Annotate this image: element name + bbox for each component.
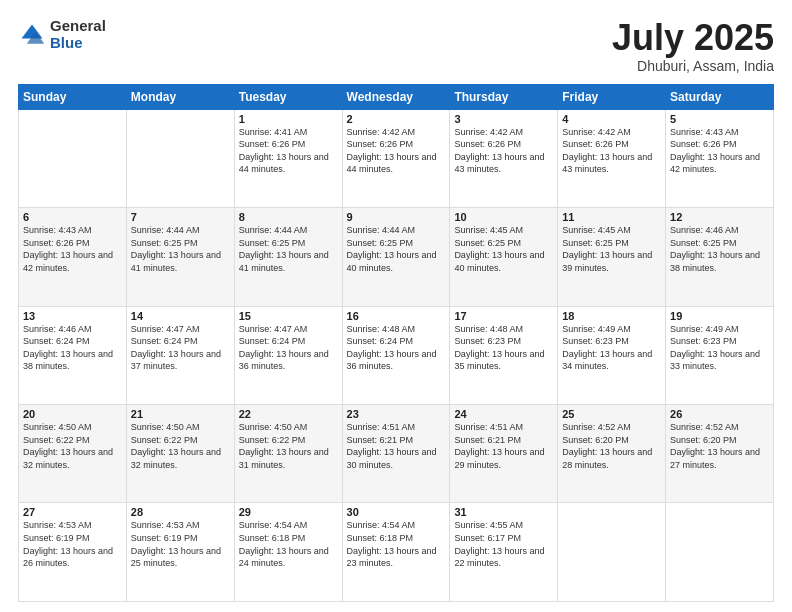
day-info: Sunrise: 4:45 AMSunset: 6:25 PMDaylight:…	[454, 224, 553, 274]
cell-2-6: 19Sunrise: 4:49 AMSunset: 6:23 PMDayligh…	[666, 306, 774, 404]
day-number: 19	[670, 310, 769, 322]
logo-icon	[18, 21, 46, 49]
col-saturday: Saturday	[666, 84, 774, 109]
calendar-header-row: Sunday Monday Tuesday Wednesday Thursday…	[19, 84, 774, 109]
day-number: 18	[562, 310, 661, 322]
day-info: Sunrise: 4:46 AMSunset: 6:25 PMDaylight:…	[670, 224, 769, 274]
day-number: 1	[239, 113, 338, 125]
cell-4-4: 31Sunrise: 4:55 AMSunset: 6:17 PMDayligh…	[450, 503, 558, 602]
cell-2-0: 13Sunrise: 4:46 AMSunset: 6:24 PMDayligh…	[19, 306, 127, 404]
cell-1-1: 7Sunrise: 4:44 AMSunset: 6:25 PMDaylight…	[126, 208, 234, 306]
day-number: 20	[23, 408, 122, 420]
day-info: Sunrise: 4:51 AMSunset: 6:21 PMDaylight:…	[454, 421, 553, 471]
cell-4-2: 29Sunrise: 4:54 AMSunset: 6:18 PMDayligh…	[234, 503, 342, 602]
cell-2-1: 14Sunrise: 4:47 AMSunset: 6:24 PMDayligh…	[126, 306, 234, 404]
day-info: Sunrise: 4:48 AMSunset: 6:24 PMDaylight:…	[347, 323, 446, 373]
day-info: Sunrise: 4:49 AMSunset: 6:23 PMDaylight:…	[562, 323, 661, 373]
day-number: 9	[347, 211, 446, 223]
cell-0-0	[19, 109, 127, 207]
cell-4-3: 30Sunrise: 4:54 AMSunset: 6:18 PMDayligh…	[342, 503, 450, 602]
title-block: July 2025 Dhuburi, Assam, India	[612, 18, 774, 74]
day-number: 10	[454, 211, 553, 223]
day-info: Sunrise: 4:47 AMSunset: 6:24 PMDaylight:…	[239, 323, 338, 373]
day-info: Sunrise: 4:44 AMSunset: 6:25 PMDaylight:…	[239, 224, 338, 274]
day-info: Sunrise: 4:54 AMSunset: 6:18 PMDaylight:…	[347, 519, 446, 569]
day-number: 25	[562, 408, 661, 420]
col-tuesday: Tuesday	[234, 84, 342, 109]
day-info: Sunrise: 4:53 AMSunset: 6:19 PMDaylight:…	[23, 519, 122, 569]
cell-4-6	[666, 503, 774, 602]
logo: General Blue	[18, 18, 106, 51]
day-number: 30	[347, 506, 446, 518]
cell-3-2: 22Sunrise: 4:50 AMSunset: 6:22 PMDayligh…	[234, 405, 342, 503]
cell-2-4: 17Sunrise: 4:48 AMSunset: 6:23 PMDayligh…	[450, 306, 558, 404]
day-number: 21	[131, 408, 230, 420]
cell-1-3: 9Sunrise: 4:44 AMSunset: 6:25 PMDaylight…	[342, 208, 450, 306]
week-row-5: 27Sunrise: 4:53 AMSunset: 6:19 PMDayligh…	[19, 503, 774, 602]
day-number: 28	[131, 506, 230, 518]
day-info: Sunrise: 4:50 AMSunset: 6:22 PMDaylight:…	[23, 421, 122, 471]
cell-0-3: 2Sunrise: 4:42 AMSunset: 6:26 PMDaylight…	[342, 109, 450, 207]
cell-2-2: 15Sunrise: 4:47 AMSunset: 6:24 PMDayligh…	[234, 306, 342, 404]
day-info: Sunrise: 4:54 AMSunset: 6:18 PMDaylight:…	[239, 519, 338, 569]
day-number: 13	[23, 310, 122, 322]
day-number: 29	[239, 506, 338, 518]
day-number: 7	[131, 211, 230, 223]
day-number: 24	[454, 408, 553, 420]
col-sunday: Sunday	[19, 84, 127, 109]
day-info: Sunrise: 4:46 AMSunset: 6:24 PMDaylight:…	[23, 323, 122, 373]
cell-3-5: 25Sunrise: 4:52 AMSunset: 6:20 PMDayligh…	[558, 405, 666, 503]
col-wednesday: Wednesday	[342, 84, 450, 109]
day-number: 23	[347, 408, 446, 420]
week-row-4: 20Sunrise: 4:50 AMSunset: 6:22 PMDayligh…	[19, 405, 774, 503]
main-title: July 2025	[612, 18, 774, 58]
col-monday: Monday	[126, 84, 234, 109]
day-info: Sunrise: 4:53 AMSunset: 6:19 PMDaylight:…	[131, 519, 230, 569]
week-row-2: 6Sunrise: 4:43 AMSunset: 6:26 PMDaylight…	[19, 208, 774, 306]
day-number: 22	[239, 408, 338, 420]
day-number: 17	[454, 310, 553, 322]
day-info: Sunrise: 4:52 AMSunset: 6:20 PMDaylight:…	[562, 421, 661, 471]
day-info: Sunrise: 4:51 AMSunset: 6:21 PMDaylight:…	[347, 421, 446, 471]
day-info: Sunrise: 4:42 AMSunset: 6:26 PMDaylight:…	[454, 126, 553, 176]
cell-0-2: 1Sunrise: 4:41 AMSunset: 6:26 PMDaylight…	[234, 109, 342, 207]
cell-4-1: 28Sunrise: 4:53 AMSunset: 6:19 PMDayligh…	[126, 503, 234, 602]
cell-3-4: 24Sunrise: 4:51 AMSunset: 6:21 PMDayligh…	[450, 405, 558, 503]
day-number: 3	[454, 113, 553, 125]
cell-1-5: 11Sunrise: 4:45 AMSunset: 6:25 PMDayligh…	[558, 208, 666, 306]
cell-0-4: 3Sunrise: 4:42 AMSunset: 6:26 PMDaylight…	[450, 109, 558, 207]
cell-3-3: 23Sunrise: 4:51 AMSunset: 6:21 PMDayligh…	[342, 405, 450, 503]
cell-0-5: 4Sunrise: 4:42 AMSunset: 6:26 PMDaylight…	[558, 109, 666, 207]
week-row-1: 1Sunrise: 4:41 AMSunset: 6:26 PMDaylight…	[19, 109, 774, 207]
day-number: 8	[239, 211, 338, 223]
col-friday: Friday	[558, 84, 666, 109]
day-info: Sunrise: 4:49 AMSunset: 6:23 PMDaylight:…	[670, 323, 769, 373]
day-info: Sunrise: 4:48 AMSunset: 6:23 PMDaylight:…	[454, 323, 553, 373]
day-number: 2	[347, 113, 446, 125]
cell-0-1	[126, 109, 234, 207]
cell-1-6: 12Sunrise: 4:46 AMSunset: 6:25 PMDayligh…	[666, 208, 774, 306]
col-thursday: Thursday	[450, 84, 558, 109]
cell-3-1: 21Sunrise: 4:50 AMSunset: 6:22 PMDayligh…	[126, 405, 234, 503]
day-number: 15	[239, 310, 338, 322]
day-info: Sunrise: 4:45 AMSunset: 6:25 PMDaylight:…	[562, 224, 661, 274]
cell-4-0: 27Sunrise: 4:53 AMSunset: 6:19 PMDayligh…	[19, 503, 127, 602]
day-number: 5	[670, 113, 769, 125]
day-info: Sunrise: 4:43 AMSunset: 6:26 PMDaylight:…	[23, 224, 122, 274]
day-number: 26	[670, 408, 769, 420]
day-number: 31	[454, 506, 553, 518]
logo-text: General Blue	[50, 18, 106, 51]
day-number: 27	[23, 506, 122, 518]
cell-1-2: 8Sunrise: 4:44 AMSunset: 6:25 PMDaylight…	[234, 208, 342, 306]
cell-3-0: 20Sunrise: 4:50 AMSunset: 6:22 PMDayligh…	[19, 405, 127, 503]
subtitle: Dhuburi, Assam, India	[612, 58, 774, 74]
cell-1-4: 10Sunrise: 4:45 AMSunset: 6:25 PMDayligh…	[450, 208, 558, 306]
day-number: 6	[23, 211, 122, 223]
day-info: Sunrise: 4:55 AMSunset: 6:17 PMDaylight:…	[454, 519, 553, 569]
day-number: 4	[562, 113, 661, 125]
day-info: Sunrise: 4:50 AMSunset: 6:22 PMDaylight:…	[131, 421, 230, 471]
day-info: Sunrise: 4:42 AMSunset: 6:26 PMDaylight:…	[347, 126, 446, 176]
calendar-table: Sunday Monday Tuesday Wednesday Thursday…	[18, 84, 774, 602]
day-info: Sunrise: 4:50 AMSunset: 6:22 PMDaylight:…	[239, 421, 338, 471]
day-info: Sunrise: 4:44 AMSunset: 6:25 PMDaylight:…	[347, 224, 446, 274]
